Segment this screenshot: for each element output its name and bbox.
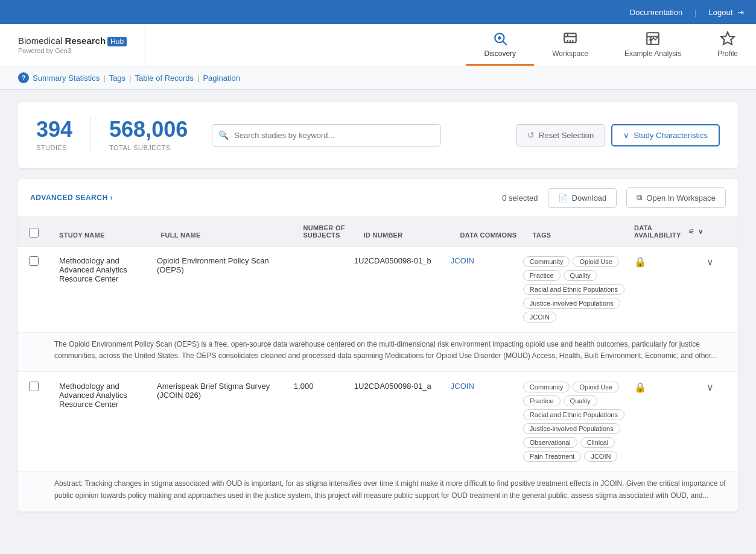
th-num-subjects: NUMBER OF SUBJECTS <box>298 224 358 239</box>
row1-checkbox[interactable] <box>29 256 39 266</box>
tag-item: Community <box>523 256 570 267</box>
tag-item: Justice-involved Populations <box>523 298 620 309</box>
sep3: | <box>197 74 199 83</box>
advanced-search-link[interactable]: ADVANCED SEARCH › <box>30 194 113 202</box>
subnav-table-of-records[interactable]: Table of Records <box>135 74 194 83</box>
tag-item: Clinical <box>580 437 615 448</box>
row2-tags-col: CommunityOpioid UsePracticeQualityRacial… <box>518 382 629 462</box>
nav-label-discovery: Discovery <box>484 49 516 58</box>
filter-icon[interactable]: ⚟ <box>688 228 694 236</box>
tag-item: Opioid Use <box>573 256 618 267</box>
table-header: STUDY NAME FULL NAME NUMBER OF SUBJECTS … <box>18 217 738 247</box>
row2-data-commons[interactable]: JCOIN <box>446 382 518 391</box>
subnav-tags[interactable]: Tags <box>109 74 125 83</box>
nav-item-example-analysis[interactable]: Example Analysis <box>606 24 699 66</box>
table-row: Methodology and Advanced Analytics Resou… <box>18 372 738 511</box>
chevron-down-icon: ∨ <box>623 131 629 140</box>
results-toolbar: ADVANCED SEARCH › 0 selected 📄 Download … <box>18 179 738 217</box>
search-input[interactable] <box>212 124 441 146</box>
tag-item: Racial and Ethnic Populations <box>523 284 624 295</box>
select-all-checkbox[interactable] <box>29 228 39 238</box>
chevron-right-icon: › <box>110 194 113 202</box>
logo-tagline: Powered by Gen3 <box>18 47 127 54</box>
documentation-link[interactable]: Documentation <box>630 8 682 17</box>
workspace-open-icon: ⧉ <box>637 193 642 203</box>
tag-item: JCOIN <box>523 312 556 323</box>
row1-tags-col: CommunityOpioid UsePracticeQualityRacial… <box>518 256 629 323</box>
example-analysis-icon <box>644 30 661 47</box>
subnav-pagination[interactable]: Pagination <box>203 74 240 83</box>
logout-link[interactable]: Logout ⇥ <box>709 8 744 17</box>
topbar-divider: | <box>694 8 696 17</box>
help-icon[interactable]: ? <box>18 72 29 83</box>
lock-icon: 🔒 <box>634 257 646 267</box>
study-characteristics-button[interactable]: ∨ Study Characteristics <box>611 124 720 146</box>
tag-item: Practice <box>523 395 561 406</box>
th-data-commons: DATA COMMONS <box>455 231 527 239</box>
nav-item-discovery[interactable]: Discovery <box>466 24 534 66</box>
logo-hub-badge: Hub <box>107 37 127 46</box>
profile-icon <box>719 30 736 47</box>
logo-area: Biomedical ResearchHub Powered by Gen3 <box>0 24 145 66</box>
tag-item: Racial and Ethnic Populations <box>523 409 624 420</box>
workspace-icon <box>562 30 579 47</box>
studies-stat: 394 STUDIES <box>36 119 72 151</box>
download-button[interactable]: 📄 Download <box>548 188 617 208</box>
nav-header: Biomedical ResearchHub Powered by Gen3 D… <box>0 24 756 66</box>
tag-item: Opioid Use <box>573 382 618 392</box>
selected-count: 0 selected <box>502 194 538 203</box>
lock-icon-2: 🔒 <box>634 382 646 392</box>
row2-expand-icon[interactable]: ∨ <box>707 382 714 392</box>
download-icon: 📄 <box>558 194 568 203</box>
svg-line-1 <box>503 42 507 45</box>
nav-item-profile[interactable]: Profile <box>699 24 756 66</box>
th-checkbox-col <box>24 228 54 239</box>
action-buttons: ↺ Reset Selection ∨ Study Characteristic… <box>516 124 720 146</box>
subjects-count: 568,006 <box>109 119 188 140</box>
svg-point-2 <box>498 36 501 39</box>
logo-biomedical: Biomedical <box>18 36 65 46</box>
top-bar: Documentation | Logout ⇥ <box>0 0 756 24</box>
row1-description: The Opioid Environment Policy Scan (OEPS… <box>18 332 738 371</box>
logout-icon: ⇥ <box>737 8 744 17</box>
table-row-main-1: Methodology and Advanced Analytics Resou… <box>18 247 738 332</box>
collapse-icon[interactable]: ∨ <box>698 228 703 236</box>
stats-card: 394 STUDIES 568,006 TOTAL SUBJECTS 🔍 ↺ R… <box>18 102 738 168</box>
nav-item-workspace[interactable]: Workspace <box>534 24 606 66</box>
th-id-number: ID NUMBER <box>358 231 455 239</box>
studies-count: 394 <box>36 119 72 140</box>
row1-data-commons[interactable]: JCOIN <box>446 256 518 265</box>
row1-study-name: Methodology and Advanced Analytics Resou… <box>54 256 152 283</box>
nav-links: Discovery Workspace Example Analysis Pro… <box>145 24 756 66</box>
row2-study-name: Methodology and Advanced Analytics Resou… <box>54 382 152 409</box>
row2-checkbox-col <box>24 382 54 393</box>
row2-id-number: 1U2CDA050098-01_a <box>349 382 446 391</box>
row1-expand-icon[interactable]: ∨ <box>707 257 714 267</box>
search-icon: 🔍 <box>218 130 229 140</box>
stat-divider <box>91 117 91 153</box>
th-tags: TAGS <box>527 231 629 239</box>
reset-icon: ↺ <box>527 130 535 140</box>
nav-label-profile: Profile <box>717 49 738 58</box>
subnav-summary-statistics[interactable]: Summary Statistics <box>33 74 100 83</box>
studies-label: STUDIES <box>36 144 67 151</box>
tag-item: Justice-involved Populations <box>523 423 620 434</box>
search-area: 🔍 <box>212 124 441 146</box>
nav-label-workspace: Workspace <box>552 49 588 58</box>
row1-checkbox-col <box>24 256 54 268</box>
reset-button[interactable]: ↺ Reset Selection <box>516 124 605 146</box>
row2-checkbox[interactable] <box>29 382 39 391</box>
logo-research: Research <box>65 36 106 46</box>
search-wrapper: 🔍 <box>212 124 441 146</box>
tag-item: Quality <box>564 395 597 406</box>
open-workspace-button[interactable]: ⧉ Open In Workspace <box>626 187 726 208</box>
row2-full-name: Amerispeak Brief Stigma Survey (JCOIN 02… <box>152 382 289 400</box>
th-study-name: STUDY NAME <box>54 231 156 239</box>
tag-item: Practice <box>523 270 561 281</box>
tag-item: Observational <box>523 437 577 448</box>
row2-expand-col: ∨ <box>702 382 732 393</box>
discovery-icon <box>492 30 509 47</box>
tag-item: JCOIN <box>584 451 617 462</box>
subjects-label: TOTAL SUBJECTS <box>109 144 171 151</box>
tag-item: Quality <box>564 270 597 281</box>
